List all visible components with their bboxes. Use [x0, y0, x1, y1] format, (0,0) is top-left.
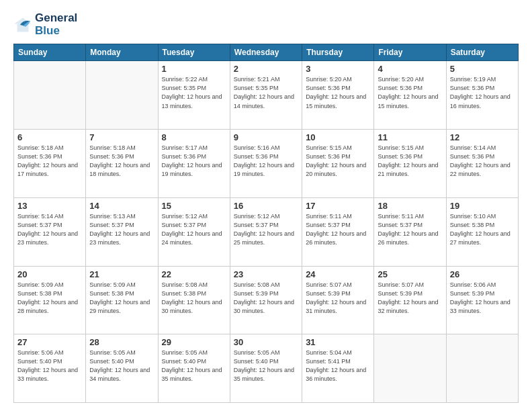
day-info: Sunrise: 5:04 AMSunset: 5:41 PMDaylight:… — [306, 349, 370, 383]
day-number: 26 — [450, 269, 515, 279]
day-info: Sunrise: 5:18 AMSunset: 5:36 PMDaylight:… — [17, 144, 82, 179]
calendar-week-3: 13Sunrise: 5:14 AMSunset: 5:37 PMDayligh… — [14, 197, 519, 266]
day-number: 14 — [89, 201, 154, 211]
day-number: 3 — [306, 64, 370, 74]
day-info: Sunrise: 5:14 AMSunset: 5:36 PMDaylight:… — [450, 144, 515, 179]
calendar-header-sunday: Sunday — [14, 44, 86, 61]
page: General Blue SundayMondayTuesdayWednesda… — [0, 0, 532, 411]
day-info: Sunrise: 5:11 AMSunset: 5:37 PMDaylight:… — [378, 212, 442, 247]
calendar-cell: 18Sunrise: 5:11 AMSunset: 5:37 PMDayligh… — [374, 197, 446, 266]
day-info: Sunrise: 5:08 AMSunset: 5:39 PMDaylight:… — [234, 281, 298, 316]
day-number: 18 — [378, 201, 442, 211]
calendar-cell — [86, 61, 158, 130]
calendar-header-saturday: Saturday — [446, 44, 518, 61]
calendar-cell: 1Sunrise: 5:22 AMSunset: 5:35 PMDaylight… — [158, 61, 230, 130]
day-info: Sunrise: 5:21 AMSunset: 5:35 PMDaylight:… — [234, 75, 298, 110]
calendar-table: SundayMondayTuesdayWednesdayThursdayFrid… — [13, 44, 519, 403]
day-number: 2 — [234, 64, 298, 74]
day-number: 7 — [89, 132, 154, 142]
calendar-header-thursday: Thursday — [302, 44, 374, 61]
day-number: 10 — [306, 132, 370, 142]
day-info: Sunrise: 5:09 AMSunset: 5:38 PMDaylight:… — [17, 281, 82, 316]
calendar-cell: 23Sunrise: 5:08 AMSunset: 5:39 PMDayligh… — [230, 266, 302, 334]
calendar-cell: 24Sunrise: 5:07 AMSunset: 5:39 PMDayligh… — [302, 266, 374, 334]
day-number: 31 — [306, 337, 370, 347]
day-info: Sunrise: 5:06 AMSunset: 5:39 PMDaylight:… — [450, 281, 515, 316]
calendar-cell: 28Sunrise: 5:05 AMSunset: 5:40 PMDayligh… — [86, 334, 158, 403]
day-info: Sunrise: 5:17 AMSunset: 5:36 PMDaylight:… — [162, 144, 226, 179]
day-info: Sunrise: 5:05 AMSunset: 5:40 PMDaylight:… — [234, 349, 298, 383]
calendar-cell — [446, 334, 518, 403]
day-number: 16 — [234, 201, 298, 211]
calendar-cell — [374, 334, 446, 403]
day-number: 22 — [162, 269, 226, 279]
calendar-cell: 4Sunrise: 5:20 AMSunset: 5:36 PMDaylight… — [374, 61, 446, 130]
logo-text: General Blue — [35, 12, 77, 37]
calendar-header-friday: Friday — [374, 44, 446, 61]
day-number: 27 — [17, 337, 82, 347]
calendar-cell: 29Sunrise: 5:05 AMSunset: 5:40 PMDayligh… — [158, 334, 230, 403]
day-number: 19 — [450, 201, 515, 211]
calendar-week-4: 20Sunrise: 5:09 AMSunset: 5:38 PMDayligh… — [14, 266, 519, 334]
day-info: Sunrise: 5:20 AMSunset: 5:36 PMDaylight:… — [378, 75, 442, 110]
day-number: 9 — [234, 132, 298, 142]
calendar-header-monday: Monday — [86, 44, 158, 61]
day-info: Sunrise: 5:05 AMSunset: 5:40 PMDaylight:… — [89, 349, 154, 383]
day-info: Sunrise: 5:08 AMSunset: 5:38 PMDaylight:… — [162, 281, 226, 316]
calendar-cell: 7Sunrise: 5:18 AMSunset: 5:36 PMDaylight… — [86, 130, 158, 198]
calendar-cell: 5Sunrise: 5:19 AMSunset: 5:36 PMDaylight… — [446, 61, 518, 130]
calendar-cell: 25Sunrise: 5:07 AMSunset: 5:39 PMDayligh… — [374, 266, 446, 334]
day-number: 17 — [306, 201, 370, 211]
day-number: 11 — [378, 132, 442, 142]
day-number: 6 — [17, 132, 82, 142]
calendar-cell: 20Sunrise: 5:09 AMSunset: 5:38 PMDayligh… — [14, 266, 86, 334]
day-number: 28 — [89, 337, 154, 347]
day-info: Sunrise: 5:13 AMSunset: 5:37 PMDaylight:… — [89, 212, 154, 247]
day-info: Sunrise: 5:05 AMSunset: 5:40 PMDaylight:… — [162, 349, 226, 383]
day-number: 4 — [378, 64, 442, 74]
calendar-cell: 14Sunrise: 5:13 AMSunset: 5:37 PMDayligh… — [86, 197, 158, 266]
calendar-cell: 13Sunrise: 5:14 AMSunset: 5:37 PMDayligh… — [14, 197, 86, 266]
calendar-cell: 8Sunrise: 5:17 AMSunset: 5:36 PMDaylight… — [158, 130, 230, 198]
day-number: 29 — [162, 337, 226, 347]
day-number: 30 — [234, 337, 298, 347]
calendar-cell: 12Sunrise: 5:14 AMSunset: 5:36 PMDayligh… — [446, 130, 518, 198]
day-info: Sunrise: 5:07 AMSunset: 5:39 PMDaylight:… — [306, 281, 370, 316]
calendar-cell: 31Sunrise: 5:04 AMSunset: 5:41 PMDayligh… — [302, 334, 374, 403]
calendar-cell: 21Sunrise: 5:09 AMSunset: 5:38 PMDayligh… — [86, 266, 158, 334]
calendar-week-5: 27Sunrise: 5:06 AMSunset: 5:40 PMDayligh… — [14, 334, 519, 403]
day-number: 25 — [378, 269, 442, 279]
day-info: Sunrise: 5:12 AMSunset: 5:37 PMDaylight:… — [162, 212, 226, 247]
calendar-cell: 19Sunrise: 5:10 AMSunset: 5:38 PMDayligh… — [446, 197, 518, 266]
day-number: 21 — [89, 269, 154, 279]
logo-icon — [13, 15, 32, 34]
day-info: Sunrise: 5:18 AMSunset: 5:36 PMDaylight:… — [89, 144, 154, 179]
day-info: Sunrise: 5:14 AMSunset: 5:37 PMDaylight:… — [17, 212, 82, 247]
day-info: Sunrise: 5:11 AMSunset: 5:37 PMDaylight:… — [306, 212, 370, 247]
calendar-cell: 3Sunrise: 5:20 AMSunset: 5:36 PMDaylight… — [302, 61, 374, 130]
calendar-cell: 11Sunrise: 5:15 AMSunset: 5:36 PMDayligh… — [374, 130, 446, 198]
calendar-cell — [14, 61, 86, 130]
day-number: 13 — [17, 201, 82, 211]
day-number: 20 — [17, 269, 82, 279]
day-number: 5 — [450, 64, 515, 74]
day-info: Sunrise: 5:12 AMSunset: 5:37 PMDaylight:… — [234, 212, 298, 247]
day-info: Sunrise: 5:10 AMSunset: 5:38 PMDaylight:… — [450, 212, 515, 247]
calendar-cell: 30Sunrise: 5:05 AMSunset: 5:40 PMDayligh… — [230, 334, 302, 403]
day-info: Sunrise: 5:15 AMSunset: 5:36 PMDaylight:… — [378, 144, 442, 179]
day-info: Sunrise: 5:16 AMSunset: 5:36 PMDaylight:… — [234, 144, 298, 179]
calendar-cell: 16Sunrise: 5:12 AMSunset: 5:37 PMDayligh… — [230, 197, 302, 266]
logo: General Blue — [13, 12, 77, 37]
calendar-cell: 17Sunrise: 5:11 AMSunset: 5:37 PMDayligh… — [302, 197, 374, 266]
calendar-header-wednesday: Wednesday — [230, 44, 302, 61]
day-number: 12 — [450, 132, 515, 142]
calendar-cell: 27Sunrise: 5:06 AMSunset: 5:40 PMDayligh… — [14, 334, 86, 403]
day-info: Sunrise: 5:09 AMSunset: 5:38 PMDaylight:… — [89, 281, 154, 316]
calendar-cell: 26Sunrise: 5:06 AMSunset: 5:39 PMDayligh… — [446, 266, 518, 334]
day-info: Sunrise: 5:07 AMSunset: 5:39 PMDaylight:… — [378, 281, 442, 316]
calendar-cell: 22Sunrise: 5:08 AMSunset: 5:38 PMDayligh… — [158, 266, 230, 334]
calendar-cell: 2Sunrise: 5:21 AMSunset: 5:35 PMDaylight… — [230, 61, 302, 130]
day-number: 23 — [234, 269, 298, 279]
day-number: 1 — [162, 64, 226, 74]
calendar-header-row: SundayMondayTuesdayWednesdayThursdayFrid… — [14, 44, 519, 61]
